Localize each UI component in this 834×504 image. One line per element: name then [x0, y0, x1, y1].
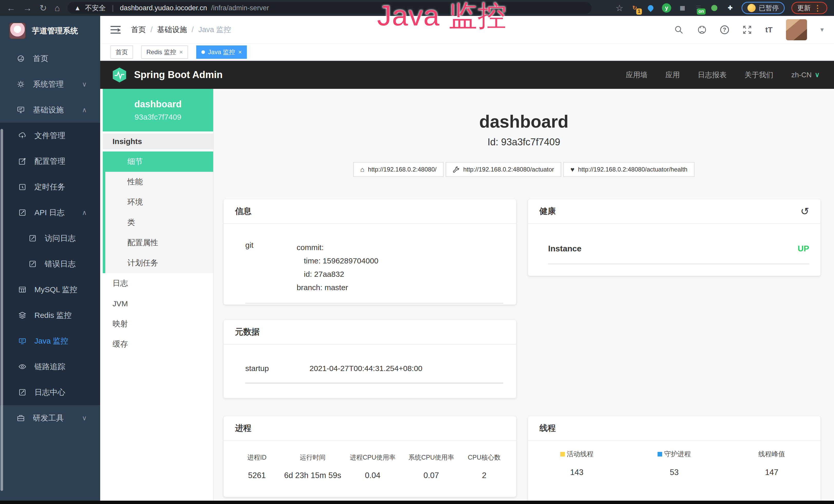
instance-header[interactable]: dashboard 93a3fc7f7409	[103, 89, 213, 132]
app-logo-row[interactable]: 芋道管理系统	[0, 16, 100, 46]
fullscreen-icon[interactable]	[742, 25, 752, 35]
sidebar-item-java[interactable]: Java 监控	[0, 328, 100, 354]
github-icon[interactable]	[697, 25, 707, 35]
extension-pin-icon[interactable]	[646, 3, 655, 13]
metadata-card-title: 元数据	[235, 326, 260, 338]
threads-card-header: 线程	[528, 416, 820, 441]
info-card-title: 信息	[235, 206, 251, 217]
tab-home[interactable]: 首页	[110, 45, 133, 59]
tab-java-monitor[interactable]: Java 监控 ×	[196, 45, 247, 59]
metadata-card: 元数据 startup 2021-04-27T00:44:31.254+08:0…	[223, 320, 516, 398]
sidebar-item-mysql[interactable]: MySQL 监控	[0, 277, 100, 302]
breadcrumb-home[interactable]: 首页	[131, 25, 146, 35]
instance-name: dashboard	[103, 99, 213, 110]
browser-menu-kebab-icon[interactable]: ⋮	[814, 4, 821, 13]
forward-icon[interactable]: →	[23, 4, 32, 12]
legend-label: 线程峰值	[758, 450, 785, 459]
back-icon[interactable]: ←	[7, 4, 16, 12]
process-col-uptime: 运行时间	[283, 453, 342, 462]
insights-item-details[interactable]: 细节	[105, 152, 213, 172]
insights-item-config-props[interactable]: 配置属性	[105, 233, 213, 253]
process-col-pid: 进程ID	[231, 453, 283, 462]
status-badge: UP	[798, 244, 809, 253]
instance-item-mappings[interactable]: 映射	[100, 314, 213, 334]
sidebar-label: 研发工具	[33, 413, 64, 423]
table-icon	[19, 286, 26, 294]
tab-label: Redis 监控	[147, 48, 176, 56]
breadcrumb-separator: /	[151, 25, 153, 34]
update-browser-button[interactable]: 更新 ⋮	[791, 2, 827, 14]
profile-paused-chip[interactable]: 已暂停	[742, 2, 785, 14]
history-icon[interactable]: ↺	[800, 205, 809, 217]
bookmark-star-icon[interactable]: ☆	[616, 4, 623, 12]
insights-menu: 细节 性能 环境 类 配置属性 计划任务	[103, 152, 213, 273]
insights-item-classes[interactable]: 类	[105, 212, 213, 233]
main-content: dashboard Id: 93a3fc7f7409 ⌂ http://192.…	[214, 89, 834, 501]
sidebar-item-api-log[interactable]: API 日志 ∧	[0, 200, 100, 225]
sba-link-wallboard[interactable]: 应用墙	[626, 70, 648, 80]
hamburger-icon[interactable]	[110, 25, 121, 34]
avatar[interactable]	[786, 19, 807, 40]
insights-item-environment[interactable]: 环境	[105, 192, 213, 212]
sba-logo-icon	[111, 67, 127, 83]
insights-item-scheduled-tasks[interactable]: 计划任务	[105, 253, 213, 273]
log-edit-icon	[29, 260, 37, 268]
tab-label: Java 监控	[208, 48, 235, 56]
sba-link-journal[interactable]: 日志报表	[698, 70, 727, 80]
sidebar-item-error-log[interactable]: 错误日志	[0, 251, 100, 277]
sidebar-item-infra[interactable]: 基础设施 ∧	[0, 97, 100, 123]
sidebar-item-trace[interactable]: 链路追踪	[0, 354, 100, 380]
close-icon[interactable]: ×	[238, 48, 242, 56]
process-card-body: 进程ID 运行时间 进程CPU使用率 系统CPU使用率 CPU核心数 5261 …	[224, 441, 516, 480]
sidebar-item-config[interactable]: 配置管理	[0, 148, 100, 174]
text-size-icon[interactable]: tT	[765, 25, 773, 34]
tag-tabs-bar: 首页 Redis 监控 × Java 监控 ×	[100, 44, 834, 61]
reload-icon[interactable]: ↻	[40, 4, 47, 12]
instance-item-caches[interactable]: 缓存	[100, 334, 213, 354]
sidebar-item-redis[interactable]: Redis 监控	[0, 302, 100, 328]
extension-list-icon[interactable]: ☰on	[694, 3, 703, 13]
sba-brand[interactable]: Spring Boot Admin	[111, 67, 223, 83]
help-icon[interactable]: ?	[720, 25, 729, 34]
sidebar-label: MySQL 监控	[35, 284, 77, 295]
sidebar-item-job[interactable]: 定时任务	[0, 174, 100, 200]
actuator-url-button[interactable]: http://192.168.0.2:48080/actuator	[446, 162, 561, 177]
sidebar-item-file[interactable]: 文件管理	[0, 123, 100, 148]
close-icon[interactable]: ×	[179, 48, 183, 56]
avatar-caret-icon[interactable]: ▾	[820, 26, 824, 33]
home-icon[interactable]: ⌂	[55, 4, 60, 12]
process-pid: 5261	[231, 471, 283, 480]
insights-item-metrics[interactable]: 性能	[105, 172, 213, 192]
tab-redis-monitor[interactable]: Redis 监控 ×	[141, 45, 188, 59]
breadcrumb-current: Java 监控	[198, 25, 231, 35]
search-icon[interactable]	[674, 25, 684, 35]
extensions-puzzle-icon[interactable]: ✚	[726, 3, 735, 13]
health-url-button[interactable]: ♥ http://192.168.0.2:48080/actuator/heal…	[563, 162, 695, 177]
sidebar-item-dev-tools[interactable]: 研发工具 ∨	[0, 405, 100, 431]
chevron-down-icon: ∨	[82, 414, 87, 422]
instance-item-logs[interactable]: 日志	[100, 273, 213, 294]
dashboard-icon	[17, 55, 25, 62]
extension-search-icon[interactable]	[710, 3, 719, 13]
sidebar-scrollbar[interactable]	[1, 129, 3, 491]
sba-link-about[interactable]: 关于我们	[745, 70, 773, 80]
sba-link-applications[interactable]: 应用	[665, 70, 680, 80]
sidebar-item-access-log[interactable]: 访问日志	[0, 225, 100, 251]
health-instance-row[interactable]: Instance UP	[548, 244, 809, 264]
insights-section-label: Insights	[103, 134, 213, 150]
extension-y-icon[interactable]: y	[662, 3, 671, 13]
info-card: 信息 git commit: time: 1596289704000 id: 2…	[223, 199, 516, 305]
sidebar-item-system[interactable]: 系统管理 ∨	[0, 71, 100, 97]
address-bar[interactable]: ▲ 不安全 | dashboard.yudao.iocoder.cn/infra…	[68, 2, 592, 14]
sidebar-submenu-infra: 文件管理 配置管理 定时任务 API 日志 ∧ 访问日志 错误日志 MySQL …	[0, 123, 100, 405]
sidebar-item-log-center[interactable]: 日志中心	[0, 380, 100, 405]
service-url-button[interactable]: ⌂ http://192.168.0.2:48080/	[353, 162, 444, 177]
instance-item-jvm[interactable]: JVM	[100, 294, 213, 314]
locale-select[interactable]: zh-CN ∨	[791, 71, 820, 79]
extension-sync-icon[interactable]: ↻1	[630, 3, 639, 13]
breadcrumb-infra[interactable]: 基础设施	[157, 25, 187, 35]
edit-icon	[19, 157, 26, 165]
sidebar-item-home[interactable]: 首页	[0, 46, 100, 71]
sidebar-label: 基础设施	[33, 105, 64, 115]
extension-grid-icon[interactable]: ▦	[678, 3, 687, 13]
